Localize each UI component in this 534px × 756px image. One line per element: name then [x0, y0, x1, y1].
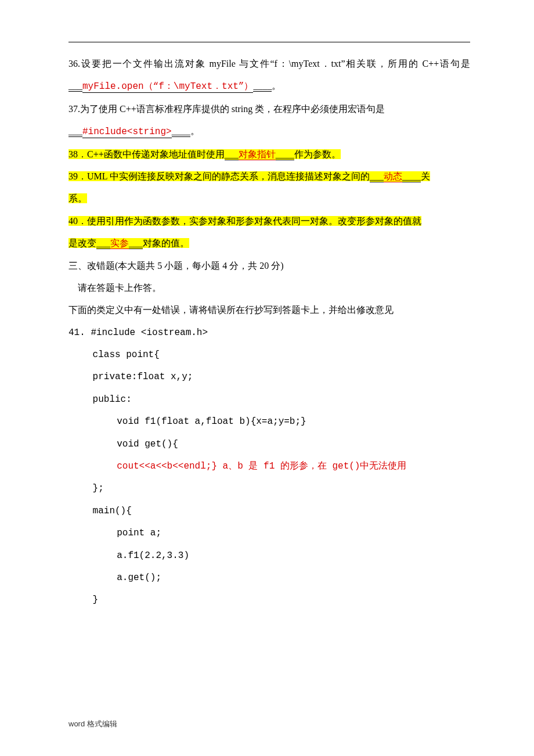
- q41-line-5: void f1(float a,float b){x=a;y=b;}: [68, 411, 470, 433]
- section-3-note: 请在答题卡上作答。: [68, 277, 470, 299]
- q36-answer: myFile.open（“f：\myText．txt”）: [82, 81, 253, 93]
- q38-answer: 对象指针: [239, 149, 276, 160]
- q39-text: 39．UML 中实例连接反映对象之间的静态关系，消息连接描述对象之间的: [68, 171, 370, 181]
- header-rule: [68, 42, 470, 42]
- footer-text: word 格式编辑: [68, 715, 117, 733]
- dot: ·: [178, 0, 179, 6]
- blank: ___: [68, 81, 82, 92]
- q39-post2: 系。: [68, 193, 87, 203]
- q38-post: 作为参数。: [294, 149, 341, 159]
- question-37: 37.为了使用 C++语言标准程序库提供的 string 类，在程序中必须使用宏…: [68, 98, 470, 120]
- q41-line-11: a.f1(2.2,3.3): [68, 545, 470, 567]
- q41-line-9: main(){: [68, 500, 470, 522]
- q41-line-7: cout<<a<<b<<endl;} a、b 是 f1 的形参，在 get()中…: [68, 455, 470, 477]
- question-37-line2: ___#include<string>____。: [68, 120, 470, 143]
- blank: ___: [68, 126, 82, 137]
- q39-post1: 关: [421, 171, 430, 181]
- question-38: 38．C++函数中传递对象地址值时使用___对象指针____作为参数。: [68, 143, 470, 165]
- blank: ___: [225, 149, 239, 160]
- question-39-line1: 39．UML 中实例连接反映对象之间的静态关系，消息连接描述对象之间的___动态…: [68, 165, 470, 188]
- q40-answer: 实参: [110, 238, 129, 249]
- dot: ·: [0, 0, 2, 6]
- q41-line-4: public:: [68, 388, 470, 411]
- blank: ___: [370, 171, 384, 182]
- q37-text: 37.为了使用 C++语言标准程序库提供的 string 类，在程序中必须使用宏…: [68, 104, 385, 114]
- question-40-line1: 40．使用引用作为函数参数，实参对象和形参对象代表同一对象。改变形参对象的值就: [68, 210, 470, 232]
- q39-answer: 动态: [384, 171, 402, 182]
- section-3-desc: 下面的类定义中有一处错误，请将错误所在行抄写到答题卡上，并给出修改意见: [68, 299, 470, 321]
- q41-line-1: 41. #include <iostream.h>: [68, 322, 470, 344]
- q41-line-3: private:float x,y;: [68, 366, 470, 388]
- blank: ___: [96, 238, 110, 249]
- q41-line-6: void get(){: [68, 433, 470, 455]
- period: 。: [190, 126, 200, 136]
- q41-line-8: };: [68, 477, 470, 499]
- question-40-line2: 是改变___实参___对象的值。: [68, 232, 470, 254]
- header-dots: · · · ·: [0, 0, 534, 6]
- page: · · · · 36.设要把一个文件输出流对象 myFile 与文件“f：\my…: [0, 0, 534, 756]
- blank: ____: [172, 126, 190, 137]
- question-36: 36.设要把一个文件输出流对象 myFile 与文件“f：\myText．txt…: [68, 53, 470, 98]
- q41-line-13: }: [68, 589, 470, 611]
- dot: ·: [355, 0, 357, 6]
- q40-post: 对象的值。: [143, 238, 189, 248]
- q36-text: 36.设要把一个文件输出流对象 myFile 与文件“f：\myText．txt…: [68, 59, 470, 69]
- q40-text: 40．使用引用作为函数参数，实参对象和形参对象代表同一对象。改变形参对象的值就: [68, 216, 421, 226]
- q41-line-10: point a;: [68, 522, 470, 544]
- blank: ____: [253, 81, 272, 92]
- blank: ___: [129, 238, 143, 249]
- blank: ____: [276, 149, 294, 160]
- q40-pre2: 是改变: [68, 238, 96, 248]
- period: 。: [272, 81, 281, 91]
- q41-line-2: class point{: [68, 344, 470, 366]
- q41-line-12: a.get();: [68, 567, 470, 589]
- section-3-title: 三、改错题(本大题共 5 小题，每小题 4 分，共 20 分): [68, 255, 470, 277]
- q37-answer: #include<string>: [82, 127, 172, 138]
- question-39-line2: 系。: [68, 188, 470, 210]
- document-body: 36.设要把一个文件输出流对象 myFile 与文件“f：\myText．txt…: [68, 53, 470, 611]
- q38-text: 38．C++函数中传递对象地址值时使用: [68, 149, 225, 159]
- blank: ____: [402, 171, 421, 182]
